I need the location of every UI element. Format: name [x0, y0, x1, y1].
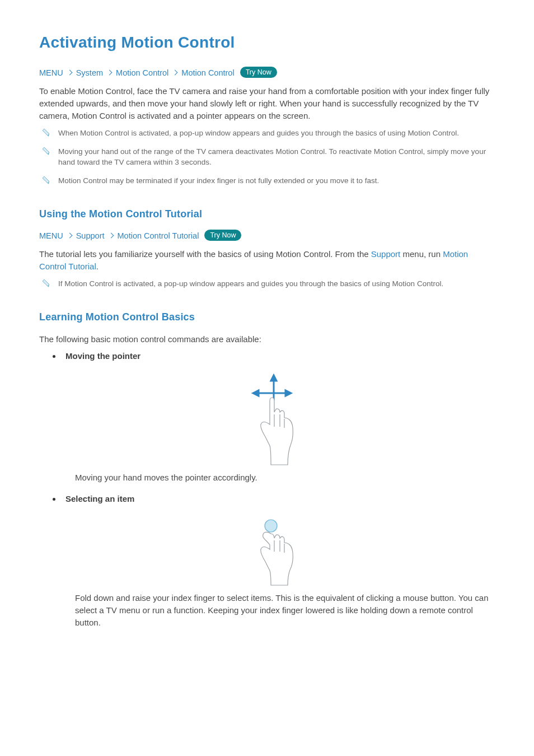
- note-text: If Motion Control is activated, a pop-up…: [58, 278, 443, 289]
- breadcrumb-item[interactable]: Motion Control: [116, 68, 168, 77]
- breadcrumb-item[interactable]: System: [76, 68, 103, 77]
- chevron-right-icon: [67, 232, 72, 238]
- page-title: Activating Motion Control: [39, 34, 495, 52]
- note-item: Motion Control may be terminated if your…: [43, 175, 495, 186]
- text: menu, run: [400, 249, 443, 259]
- breadcrumb-item[interactable]: Motion Control: [181, 68, 234, 77]
- svg-marker-12: [285, 390, 291, 396]
- figure-caption: Moving your hand moves the pointer accor…: [75, 472, 495, 484]
- pencil-icon: [43, 176, 50, 185]
- list-item: Moving the pointer: [53, 351, 495, 484]
- text: .: [96, 262, 99, 271]
- figure-select-item: [53, 514, 495, 586]
- body-paragraph: The tutorial lets you familiarize yourse…: [39, 248, 495, 273]
- bullet-list: Moving the pointer: [39, 351, 495, 629]
- note-text: When Motion Control is activated, a pop-…: [58, 128, 459, 138]
- intro-paragraph: The following basic motion control comma…: [39, 333, 495, 346]
- figure-caption: Fold down and raise your index finger to…: [75, 592, 495, 629]
- chevron-right-icon: [67, 69, 72, 75]
- section-heading: Using the Motion Control Tutorial: [39, 208, 495, 220]
- breadcrumb-item[interactable]: MENU: [39, 231, 63, 240]
- list-item: Selecting an item Fold down and raise yo…: [53, 494, 495, 629]
- item-label: Selecting an item: [65, 494, 134, 503]
- svg-marker-4: [43, 176, 49, 183]
- section-heading: Learning Motion Control Basics: [39, 311, 495, 323]
- pencil-icon: [43, 128, 50, 137]
- pencil-icon: [43, 147, 50, 156]
- svg-marker-6: [43, 279, 49, 286]
- bullet-dot-icon: [53, 498, 55, 501]
- chevron-right-icon: [108, 232, 114, 238]
- breadcrumb: MENU Support Motion Control Tutorial Try…: [39, 230, 495, 241]
- text: The tutorial lets you familiarize yourse…: [39, 249, 371, 259]
- note-list: When Motion Control is activated, a pop-…: [39, 128, 495, 186]
- svg-marker-0: [43, 129, 49, 136]
- inline-link[interactable]: Support: [371, 249, 401, 259]
- breadcrumb-item[interactable]: MENU: [39, 68, 63, 77]
- breadcrumb-item[interactable]: Motion Control Tutorial: [118, 231, 199, 240]
- svg-marker-9: [271, 375, 277, 381]
- note-text: Moving your hand out of the range of the…: [58, 146, 495, 167]
- figure-move-pointer: [53, 371, 495, 466]
- breadcrumb-item[interactable]: Support: [76, 231, 105, 240]
- hand-move-icon: [243, 371, 305, 466]
- bullet-dot-icon: [53, 355, 55, 358]
- touch-circle-icon: [265, 520, 277, 532]
- svg-marker-11: [253, 390, 259, 396]
- item-label: Moving the pointer: [65, 351, 140, 361]
- page: Activating Motion Control MENU System Mo…: [0, 0, 534, 756]
- chevron-right-icon: [172, 69, 178, 75]
- note-text: Motion Control may be terminated if your…: [58, 175, 379, 186]
- chevron-right-icon: [107, 69, 113, 75]
- breadcrumb: MENU System Motion Control Motion Contro…: [39, 67, 495, 78]
- note-item: Moving your hand out of the range of the…: [43, 146, 495, 167]
- note-item: When Motion Control is activated, a pop-…: [43, 128, 495, 138]
- note-item: If Motion Control is activated, a pop-up…: [43, 278, 495, 289]
- note-list: If Motion Control is activated, a pop-up…: [39, 278, 495, 289]
- try-now-button[interactable]: Try Now: [240, 67, 277, 78]
- pencil-icon: [43, 279, 50, 288]
- svg-marker-2: [43, 147, 49, 154]
- try-now-button[interactable]: Try Now: [204, 230, 241, 241]
- intro-paragraph: To enable Motion Control, face the TV ca…: [39, 85, 495, 122]
- hand-select-icon: [243, 514, 305, 586]
